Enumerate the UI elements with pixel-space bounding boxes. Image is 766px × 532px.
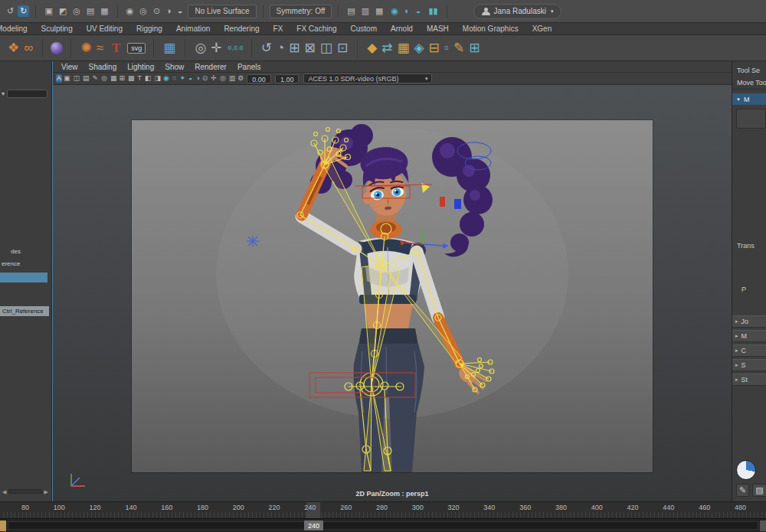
constraint-icon[interactable]: ⊞: [287, 41, 301, 54]
outliner-item[interactable]: erence: [2, 260, 20, 267]
pencil-icon[interactable]: ✎: [736, 484, 749, 497]
display-icon[interactable]: ▤: [82, 74, 90, 83]
range-track[interactable]: [8, 521, 758, 530]
outliner-search-field[interactable]: [7, 90, 47, 98]
scroll-track[interactable]: [8, 489, 41, 494]
tool-section-row[interactable]: ▸ St: [732, 374, 766, 386]
scroll-right-icon[interactable]: ▶: [44, 488, 49, 495]
constraint-icon[interactable]: ◔: [275, 41, 286, 54]
rigging-tool-icon[interactable]: ⊟: [427, 41, 441, 54]
time-slider[interactable]: 8010012014016018020022024026028030032034…: [0, 501, 766, 518]
account-dropdown[interactable]: Jana Radulaski ▾: [473, 4, 562, 19]
curve-tool-icon[interactable]: ∞: [22, 41, 34, 54]
rigging-tool-icon[interactable]: ◈: [413, 41, 426, 54]
ipr-render-icon[interactable]: ◐: [402, 5, 412, 17]
snap-icon[interactable]: ◎: [137, 5, 149, 17]
outliner-item-ctrl-reference[interactable]: Ctrl_Reference: [0, 306, 49, 316]
curve-tool-icon[interactable]: ❖: [6, 41, 21, 54]
camera-icon[interactable]: T: [137, 74, 143, 83]
selection-mask-icon[interactable]: ◎: [70, 5, 83, 17]
rigging-tool-icon[interactable]: ▫: [443, 41, 450, 54]
shelf-tab[interactable]: Animation: [169, 23, 217, 35]
tool-section-row[interactable]: ▸ C: [732, 344, 766, 357]
undo-redo-icon[interactable]: ↺: [5, 5, 16, 17]
selection-mask-icon[interactable]: ▣: [42, 5, 54, 17]
shading-icon[interactable]: ⊙: [201, 74, 209, 83]
viewport-menu[interactable]: Renderer: [189, 63, 232, 71]
shelf-tab[interactable]: MASH: [420, 23, 456, 35]
shelf-tab[interactable]: Motion Graphics: [456, 23, 525, 35]
type-tool-icon[interactable]: T: [110, 41, 123, 56]
shading-icon[interactable]: ✛: [210, 74, 218, 83]
gamma-field[interactable]: 1.00: [275, 74, 300, 83]
ipr-render-icon[interactable]: ◉: [389, 5, 401, 17]
constraint-icon[interactable]: ⊠: [303, 41, 317, 54]
viewport-menu[interactable]: Lighting: [122, 63, 159, 71]
tool-settings-field[interactable]: [736, 109, 766, 129]
range-handle-right[interactable]: [760, 521, 766, 531]
rigging-tool-icon[interactable]: ◆: [365, 41, 378, 54]
shelf-tab[interactable]: FX: [267, 23, 290, 35]
rigging-tool-icon[interactable]: ▦: [395, 41, 411, 54]
shelf-tab[interactable]: Sculpting: [34, 23, 80, 35]
measure-tool-icon[interactable]: ✛: [209, 41, 223, 54]
undo-redo-icon[interactable]: ↻: [18, 5, 29, 17]
outliner-scrollbar[interactable]: ◀ ▶: [2, 488, 49, 495]
camera-icon[interactable]: ⊞: [118, 74, 126, 83]
snap-icon[interactable]: ◉: [124, 5, 136, 17]
tool-section-row[interactable]: ▸ Jo: [732, 315, 766, 328]
eraser-icon[interactable]: ▨: [752, 484, 766, 497]
lighting-icon[interactable]: ◒: [188, 74, 193, 83]
outliner-item[interactable]: des: [11, 248, 21, 255]
table-grid-icon[interactable]: ▦: [162, 41, 177, 54]
shelf-tab[interactable]: Modeling: [0, 23, 34, 35]
shading-icon[interactable]: ▥: [228, 74, 237, 83]
pause-icon[interactable]: ▮▮: [426, 5, 440, 17]
display-icon[interactable]: ▦: [110, 74, 118, 83]
shelf-tab[interactable]: Rendering: [217, 23, 266, 35]
tool-section-row[interactable]: ▸ S: [732, 359, 766, 371]
selection-mask-icon[interactable]: ◩: [57, 5, 69, 17]
colorspace-dropdown[interactable]: ACES 1.0 SDR-video (sRGB) ▾: [303, 73, 432, 83]
lighting-icon[interactable]: ○: [172, 74, 177, 83]
deform-tool-icon[interactable]: ≈: [95, 41, 105, 54]
display-icon[interactable]: ▣: [63, 74, 71, 83]
shelf-tab[interactable]: FX Caching: [290, 23, 343, 35]
viewport-menu[interactable]: Show: [159, 63, 189, 71]
rigging-tool-icon[interactable]: ✎: [452, 41, 466, 54]
shelf-tab[interactable]: UV Editing: [80, 23, 129, 35]
display-icon[interactable]: ✎: [92, 74, 100, 83]
shelf-tab[interactable]: Arnold: [384, 23, 420, 35]
select-highlight-icon[interactable]: A: [56, 74, 62, 83]
live-surface-dropdown[interactable]: No Live Surface: [188, 5, 256, 18]
display-icon[interactable]: ◎: [100, 74, 108, 83]
chevron-down-icon[interactable]: ▾: [2, 90, 5, 97]
exposure-field[interactable]: 0.00: [247, 74, 271, 83]
tool-dial-icon[interactable]: [736, 460, 756, 480]
scroll-left-icon[interactable]: ◀: [2, 488, 7, 495]
poly-sphere-icon[interactable]: [51, 42, 63, 54]
rigging-tool-icon[interactable]: ⇄: [380, 41, 394, 54]
display-icon[interactable]: ◫: [73, 74, 81, 83]
shading-icon[interactable]: ◎: [219, 74, 227, 83]
rigging-tool-icon[interactable]: ⊞: [467, 41, 481, 54]
ipr-render-icon[interactable]: ◒: [414, 5, 424, 17]
selection-mask-icon[interactable]: ▦: [98, 5, 110, 17]
viewport-menu[interactable]: View: [56, 63, 83, 71]
viewport-canvas[interactable]: 2D Pan/Zoom : persp1: [53, 85, 732, 501]
render-view-icon[interactable]: ▦: [373, 5, 385, 17]
symmetry-dropdown[interactable]: Symmetry: Off: [270, 5, 332, 18]
lighting-icon[interactable]: ◉: [162, 74, 170, 83]
shelf-tab[interactable]: XGen: [525, 23, 559, 35]
gear-icon[interactable]: ⚙: [237, 74, 244, 83]
lighting-icon[interactable]: ◑: [195, 74, 200, 83]
snap-icon[interactable]: ◒: [175, 5, 185, 17]
snap-icon[interactable]: ◑: [164, 5, 174, 17]
render-view-icon[interactable]: ▤: [345, 5, 357, 17]
camera-icon[interactable]: ▩: [127, 74, 136, 83]
lighting-icon[interactable]: ✦: [178, 74, 186, 83]
current-frame-field[interactable]: 240: [304, 521, 323, 530]
coords-tool-icon[interactable]: 0,0,0: [228, 44, 243, 51]
range-slider[interactable]: 240: [0, 518, 766, 532]
deform-tool-icon[interactable]: ✺: [79, 41, 93, 54]
